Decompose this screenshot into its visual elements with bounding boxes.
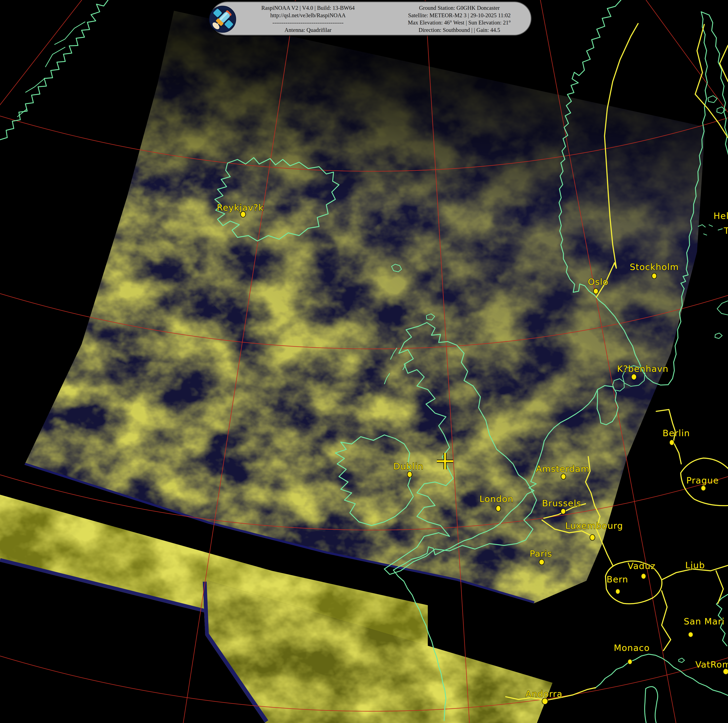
- divider-line: --------------------------------------: [238, 19, 378, 26]
- raspinoaa-satellite-logo-icon: [209, 5, 236, 33]
- svg-text:T: T: [723, 226, 728, 236]
- app-version-line: RaspiNOAA V2 | V4.0 | Build: 13-BW64: [238, 5, 378, 12]
- svg-text:Amsterdam: Amsterdam: [536, 464, 589, 474]
- svg-text:Stockholm: Stockholm: [630, 262, 679, 272]
- elevation-line: Max Elevation: 46° West | Sun Elevation:…: [388, 19, 530, 26]
- city-helsinki-cut: Hel: [714, 211, 728, 221]
- svg-text:Vaduz: Vaduz: [627, 561, 656, 571]
- svg-text:Berlin: Berlin: [662, 428, 690, 438]
- city-dot: [670, 440, 674, 445]
- svg-text:VatRom: VatRom: [695, 659, 728, 670]
- svg-text:Brussels: Brussels: [542, 498, 581, 508]
- info-right-column: Ground Station: G0GHK Doncaster Satellit…: [388, 5, 530, 35]
- city-dot: [701, 486, 706, 491]
- city-ljubljana-cut: Ljub: [685, 560, 705, 570]
- capture-info-box: RaspiNOAA V2 | V4.0 | Build: 13-BW64 htt…: [210, 2, 532, 35]
- svg-text:Andorra: Andorra: [525, 689, 563, 699]
- city-dot: [539, 559, 544, 565]
- svg-text:London: London: [479, 494, 514, 504]
- svg-text:Paris: Paris: [530, 549, 552, 559]
- city-dot: [632, 374, 636, 380]
- city-dot: [496, 506, 501, 511]
- app-url-line: http://qsl.net/ve3elb/RaspiNOAA: [238, 12, 378, 19]
- svg-text:San Mari: San Mari: [684, 616, 725, 627]
- satellite-line: Satellite: METEOR-M2 3 | 29-10-2025 11:0…: [388, 12, 530, 19]
- city-dot: [616, 589, 620, 594]
- city-dot: [561, 474, 566, 479]
- city-dot: [652, 273, 656, 279]
- city-dot: [628, 659, 632, 664]
- svg-text:K?benhavn: K?benhavn: [617, 364, 668, 374]
- city-tallinn-cut: T: [723, 226, 728, 236]
- city-dot: [561, 509, 566, 514]
- ground-station-line: Ground Station: G0GHK Doncaster: [388, 5, 530, 12]
- city-dot: [688, 632, 693, 637]
- info-left-column: RaspiNOAA V2 | V4.0 | Build: 13-BW64 htt…: [238, 5, 378, 35]
- svg-text:Ljub: Ljub: [685, 560, 705, 570]
- city-dot: [590, 535, 595, 540]
- svg-text:Dublin: Dublin: [393, 461, 424, 471]
- svg-text:Bern: Bern: [607, 574, 628, 584]
- svg-text:Luxembourg: Luxembourg: [565, 521, 623, 531]
- city-dot: [542, 698, 548, 704]
- city-dot: [641, 573, 646, 579]
- svg-text:Prague: Prague: [686, 475, 719, 485]
- antenna-line: Antenna: Quadrifilar: [238, 26, 378, 34]
- svg-text:Oslo: Oslo: [588, 277, 609, 287]
- city-dot: [593, 289, 598, 294]
- satellite-capture-screen: Reykjav?k Oslo Stockholm K?benhavn Berli…: [0, 0, 728, 723]
- svg-text:Reykjav?k: Reykjav?k: [217, 202, 264, 212]
- satellite-map-image: Reykjav?k Oslo Stockholm K?benhavn Berli…: [0, 0, 728, 723]
- city-dot: [407, 471, 412, 477]
- svg-text:Monaco: Monaco: [614, 643, 650, 653]
- direction-gain-line: Direction: Southbound | | Gain: 44.5: [388, 26, 530, 34]
- svg-text:Hel: Hel: [714, 211, 728, 221]
